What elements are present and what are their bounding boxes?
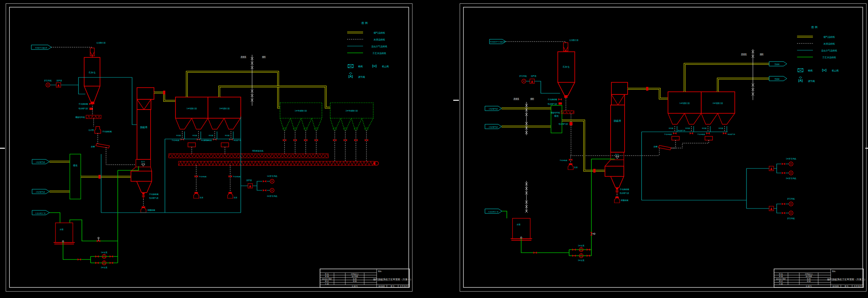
screw-feeder-label: 螺旋给料机 (75, 116, 85, 119)
tb-row: 描 图 (353, 280, 357, 282)
tb-row: 制 图 (807, 278, 811, 280)
rotary-valve-label: 电动锁气器 (149, 197, 159, 199)
ash-feeder (188, 143, 195, 147)
legend-title: 图 例 (811, 26, 817, 29)
flag-boiler2-label: 2#炉烟气来 (489, 126, 498, 128)
ash-valve-label: 卸灰阀 (225, 134, 229, 137)
ash-recirculation: 手动插板阀 灰库 (559, 156, 659, 170)
esp-units: 1#电除尘器 2#电除尘器 卸灰阀 卸灰阀 卸灰阀 卸灰阀 手动插板阀 电动锁气… (171, 72, 330, 154)
ash-silo-label: 灰库 (199, 196, 203, 199)
tower-label: 脱硫塔 (140, 126, 148, 129)
legend: 图 例 烟气流程线 灰渣流程线 流化空气流程线 工艺水流程线 蝶阀 截止阀 调节… (797, 26, 839, 83)
duct-label: 烟道 (554, 114, 559, 117)
silo-label: 石灰仓 (562, 65, 569, 68)
tower-label: 脱硫塔 (614, 119, 621, 122)
tb-no: 图 号 (845, 285, 849, 287)
stack-label: 烟囱 (760, 53, 763, 56)
esp-units: 1#电除尘器 2#电除尘器 卸灰阀 卸灰阀 卸灰阀 卸灰阀 手动插板阀 电动锁气… (654, 62, 787, 156)
screw-feeder (86, 115, 101, 119)
fgd-tower: 脱硫塔 灰斗 手动插板阀 电动锁气器 双翻板阀 (131, 88, 175, 213)
tank-label: 水箱 (60, 228, 63, 230)
blower1-label: 1#罗茨风机 (786, 157, 796, 160)
tb-row: 设计总工程师 (776, 278, 786, 280)
flag-water-label: 工业水来自厂区 (35, 212, 46, 214)
old-stack: 原烟道 烟囱 (741, 49, 764, 100)
conveyor-label: 埋刮板输送机 (252, 150, 263, 152)
pump2-label: 2#水泵 (578, 259, 584, 261)
legend-air: 流化空气流程线 (821, 49, 837, 52)
fgd-tower: 脱硫塔 灰斗 手动插板阀 电动锁气器 双翻板阀 (605, 82, 668, 203)
legend-butterfly-valve: 蝶阀 (808, 69, 813, 72)
flue-gas-duct: 1#炉烟气来 2#炉烟气来 烟道 原烟道 烟囱 (485, 97, 605, 213)
tb-row: 批 准 (779, 273, 783, 275)
drawing-title: 烟气脱硫系统工艺布置图（方案一） (373, 278, 412, 281)
control-valve-icon (349, 73, 352, 78)
bag-filters: 1#布袋除尘器 2#布袋除尘器 (280, 103, 373, 161)
flag-boiler2-label: 2#炉烟气来 (36, 191, 45, 193)
slide-valve-label: 手动插板阀 (664, 133, 672, 136)
sheet-scheme2: 图 例 烟气流程线 灰渣流程线 流化空气流程线 工艺水流程线 蝶阀 截止阀 调节… (460, 4, 867, 292)
stack-label: 烟囱 (530, 97, 534, 100)
rotary-valve-label: 电动锁气器 (78, 107, 88, 110)
legend-ash: 灰渣流程线 (823, 42, 835, 45)
bag2-label: 2#布袋除尘器 (346, 110, 358, 112)
esp1-label: 1#电除尘器 (679, 102, 689, 105)
ash-valve-label: 卸灰阀 (192, 134, 197, 137)
rotary-valve-label: 电动锁气器 (620, 192, 629, 194)
roots-blower-icon (46, 83, 50, 87)
rotary-valve-label: 电动锁气器 (234, 139, 241, 141)
tb-name-label: 图名: (378, 270, 382, 272)
flag-to-stack-label: 至烟囱 (774, 63, 780, 65)
slide-valve-label: 手动插板阀 (78, 103, 88, 105)
legend-butterfly-valve: 蝶阀 (358, 65, 363, 68)
roots-blower-icon (789, 202, 793, 206)
double-flap-valve-icon (194, 192, 199, 198)
flag-boiler1-label: 1#炉烟气来 (489, 108, 498, 110)
tb-row: 批 准 (325, 273, 329, 275)
legend-stop-valve: 截止阀 (832, 69, 839, 72)
tb-no: 图 号 (391, 285, 395, 287)
ash-feeder (672, 136, 679, 140)
screw-feeder (561, 111, 574, 114)
pump2-label: 2#水泵 (101, 266, 107, 269)
tb-row: 日 期 (325, 283, 329, 285)
rotary-feeder (569, 122, 573, 125)
slide-valve-label: 手动插板阀 (149, 193, 159, 196)
cad-canvas: 图 例 烟气流程线 灰渣流程线 流化空气流程线 工艺水流程线 蝶阀 截止阀 调节… (0, 0, 868, 298)
slide-valve-label: 手动插板阀 (199, 176, 206, 178)
ash-valve-label: 卸灰阀 (669, 127, 673, 130)
screw-feeder-label: 螺旋给料机 (551, 111, 560, 114)
inclined-chute (96, 144, 109, 148)
scraper-conveyor-upper (169, 154, 328, 158)
muffler-icon (530, 79, 534, 83)
esp2-label: 2#电除尘器 (219, 107, 229, 110)
old-stack: 原烟道 烟囱 (241, 55, 266, 106)
tb-row: 设计制图 (806, 275, 812, 277)
pump1-label: 1#水泵 (101, 251, 107, 253)
slide-valve-label: 手动插板阀 (548, 98, 557, 101)
flag-boiler1-label: 1#炉烟气来 (36, 161, 45, 163)
slide-valve-label: 手动插板阀 (620, 188, 629, 191)
process-water-system: 工业水来自厂区 水箱 1#水泵 2#水泵 (32, 166, 139, 269)
legend-water: 工艺水流程线 (372, 52, 386, 55)
double-flap-valve-icon (141, 207, 146, 213)
roots-blower-icon (270, 179, 274, 184)
blower2-label: 2#罗茨风机 (786, 177, 796, 180)
control-valve-icon (97, 237, 100, 242)
flue-gas-duct: 1#炉烟气来 2#炉烟气来 烟道 (32, 154, 131, 199)
tower-body (137, 110, 151, 159)
silo-top-filter (563, 43, 568, 51)
cad-viewport: 图 例 烟气流程线 灰渣流程线 流化空气流程线 工艺水流程线 蝶阀 截止阀 调节… (0, 0, 868, 298)
tower-venturi (131, 171, 152, 181)
tb-row: 主要设计人 (805, 273, 813, 275)
fluidizing-air-system: 1#罗茨风机 2#罗茨风机 罗茨风机 罗茨风机 (642, 126, 796, 220)
bin-pump (95, 127, 101, 133)
silo-filter-label: 仓顶除尘器 (569, 39, 579, 42)
tb-row: 校 对 (779, 280, 783, 282)
tb-scale: 比 例 号 (352, 285, 358, 287)
roots-blower-label: 罗茨风机 (787, 217, 795, 220)
water-tank (55, 223, 73, 242)
esp2-label: 2#电除尘器 (713, 102, 723, 105)
old-duct-label: 原烟道 (241, 56, 246, 58)
tower-venturi (605, 166, 624, 176)
